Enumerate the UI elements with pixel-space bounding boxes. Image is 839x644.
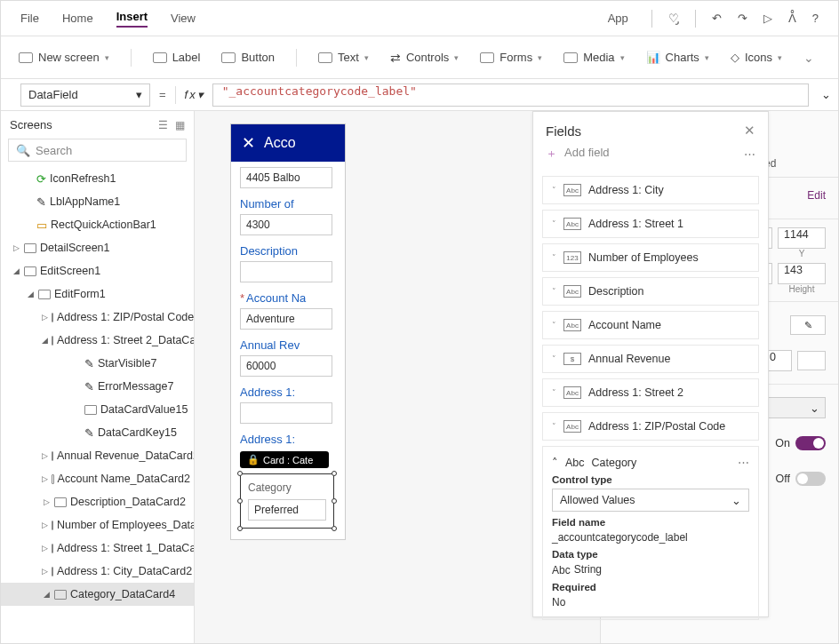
type-icon: Abc (563, 420, 581, 433)
ribbon-button[interactable]: Button (221, 51, 275, 64)
chevron-down-icon: ˅ (552, 388, 556, 397)
ribbon-icons[interactable]: ◇Icons▾ (731, 51, 782, 64)
ribbon-new-screen[interactable]: New screen▾ (19, 51, 109, 64)
tree-item[interactable]: ◢Address 1: Street 2_DataCar (1, 329, 194, 352)
position-y-input[interactable]: 1144 (778, 227, 826, 249)
color-swatch[interactable]: ✎ (790, 315, 826, 335)
ribbon-label[interactable]: Label (153, 51, 201, 64)
play-icon[interactable]: ▷ (763, 12, 772, 25)
selected-card[interactable]: Category Preferred (240, 473, 334, 529)
tree-item[interactable]: ✎ErrorMessage7 (1, 375, 194, 398)
card-lock-badge: 🔒Card : Cate (240, 451, 329, 468)
diagnostics-icon[interactable]: ♡̡ (668, 12, 679, 25)
field-item[interactable]: ˅AbcAddress 1: Street 2 (542, 378, 759, 407)
field-label: Number of (240, 197, 336, 211)
help-icon[interactable]: ? (812, 12, 819, 25)
form-input[interactable]: 60000 (240, 355, 332, 377)
form-input[interactable]: Preferred (248, 499, 326, 521)
form-input[interactable] (240, 402, 332, 424)
field-item[interactable]: ˅AbcAddress 1: Street 1 (542, 210, 759, 238)
menu-file[interactable]: File (20, 12, 39, 25)
tree-item[interactable]: DataCardValue15 (1, 398, 194, 421)
type-icon: Abc (563, 386, 581, 399)
field-label: Annual Rev (240, 338, 336, 352)
tree-item[interactable]: ✎LblAppName1 (1, 190, 194, 213)
tree-view-icon[interactable]: ☰ (158, 119, 168, 131)
prop-value: AbcString (552, 563, 749, 576)
tree-item-selected[interactable]: ◢Category_DataCard4 (1, 583, 194, 606)
grid-view-icon[interactable]: ▦ (175, 119, 185, 131)
redo-icon[interactable]: ↷ (738, 12, 747, 25)
form-input[interactable]: 4300 (240, 214, 332, 235)
chevron-up-icon[interactable]: ˄ (552, 456, 558, 469)
control-type-dropdown[interactable]: Allowed Values⌄ (552, 489, 749, 512)
field-name: Address 1: Street 1 (588, 218, 683, 230)
field-name: Description (588, 285, 644, 298)
visible-toggle[interactable] (795, 436, 826, 450)
property-dropdown[interactable]: DataField▾ (20, 83, 150, 107)
tree-item[interactable]: ⟳IconRefresh1 (1, 167, 194, 190)
border-color-swatch[interactable] (797, 351, 826, 370)
fx-icon[interactable]: fx ▾ (185, 88, 204, 101)
field-name: Number of Employees (588, 251, 699, 264)
add-field-button[interactable]: ＋Add field (546, 146, 610, 162)
tree-item[interactable]: ▷Account Name_DataCard2 (1, 467, 194, 490)
tree-item[interactable]: ✎DataCardKey15 (1, 421, 194, 444)
field-item[interactable]: ˅123Number of Employees (542, 243, 759, 272)
tree-item[interactable]: ▷DetailScreen1 (1, 236, 194, 259)
ribbon-forms[interactable]: Forms▾ (480, 51, 542, 64)
form-input[interactable]: Adventure (240, 308, 332, 330)
screens-search[interactable]: 🔍 Search (8, 139, 187, 162)
menu-insert[interactable]: Insert (116, 10, 148, 28)
field-label: Address 1: (240, 386, 336, 399)
close-icon[interactable]: ✕ (744, 123, 755, 139)
share-icon[interactable]: ᐰ (788, 12, 796, 25)
ribbon-overflow[interactable]: ⌄ (803, 51, 814, 65)
field-item[interactable]: ˅AbcDescription (542, 277, 759, 306)
edit-field-link[interactable]: Edit (807, 189, 826, 202)
undo-icon[interactable]: ↶ (712, 12, 722, 25)
tree-item[interactable]: ▷Address 1: City_DataCard2 (1, 560, 194, 583)
tree-item[interactable]: ▷Annual Revenue_DataCard2 (1, 444, 194, 467)
chevron-down-icon: ˅ (552, 219, 556, 228)
search-icon: 🔍 (16, 144, 30, 157)
prop-value: No (552, 596, 749, 608)
height-input[interactable]: 143 (778, 263, 826, 284)
lock-icon: 🔒 (247, 454, 260, 465)
field-item[interactable]: ˅$Annual Revenue (542, 345, 759, 373)
tree-item[interactable]: ▷Address 1: Street 1_DataCar (1, 537, 194, 560)
menu-view[interactable]: View (171, 12, 196, 25)
close-icon[interactable]: ✕ (242, 133, 255, 153)
field-item[interactable]: ˅AbcAccount Name (542, 311, 759, 339)
form-input[interactable] (240, 261, 332, 282)
type-icon: 123 (563, 251, 581, 264)
tree-item[interactable]: ▷Address 1: ZIP/Postal Code_ (1, 306, 194, 329)
formula-expand[interactable]: ⌄ (821, 88, 831, 101)
field-item[interactable]: ˅AbcAddress 1: City (542, 176, 759, 204)
more-icon[interactable]: ⋯ (738, 456, 749, 469)
widthfit-toggle[interactable] (795, 472, 826, 486)
field-item[interactable]: ˅AbcAddress 1: ZIP/Postal Code (542, 412, 759, 441)
field-name: Address 1: ZIP/Postal Code (588, 420, 725, 433)
form-preview: ✕ Acco 4405 Balbo Number of 4300 Descrip… (230, 123, 346, 540)
chevron-down-icon: ˅ (552, 354, 556, 363)
ribbon-media[interactable]: Media▾ (563, 51, 624, 64)
ribbon-charts[interactable]: 📊Charts▾ (646, 51, 709, 64)
form-input[interactable]: 4405 Balbo (240, 167, 332, 188)
tree-item[interactable]: ▷Number of Employees_Data (1, 513, 194, 537)
formula-input[interactable]: "_accountcategorycode_label" (212, 83, 809, 107)
prop-label: Field name (552, 517, 749, 528)
menu-home[interactable]: Home (62, 12, 93, 25)
type-icon: Abc (563, 285, 581, 298)
tree-item[interactable]: ◢EditForm1 (1, 282, 194, 306)
more-icon[interactable]: ⋯ (744, 147, 755, 161)
ribbon-text[interactable]: Text▾ (318, 51, 369, 64)
menu-app[interactable]: App (608, 12, 628, 25)
fields-panel: Fields ✕ ＋Add field ⋯ ˅AbcAddress 1: Cit… (532, 111, 769, 617)
field-label: Category (248, 481, 326, 494)
tree-item[interactable]: ▷Description_DataCard2 (1, 490, 194, 513)
ribbon-controls[interactable]: ⇄Controls▾ (390, 51, 459, 65)
tree-item[interactable]: ▭RectQuickActionBar1 (1, 213, 194, 236)
tree-item[interactable]: ✎StarVisible7 (1, 352, 194, 375)
tree-item[interactable]: ◢EditScreen1 (1, 259, 194, 282)
